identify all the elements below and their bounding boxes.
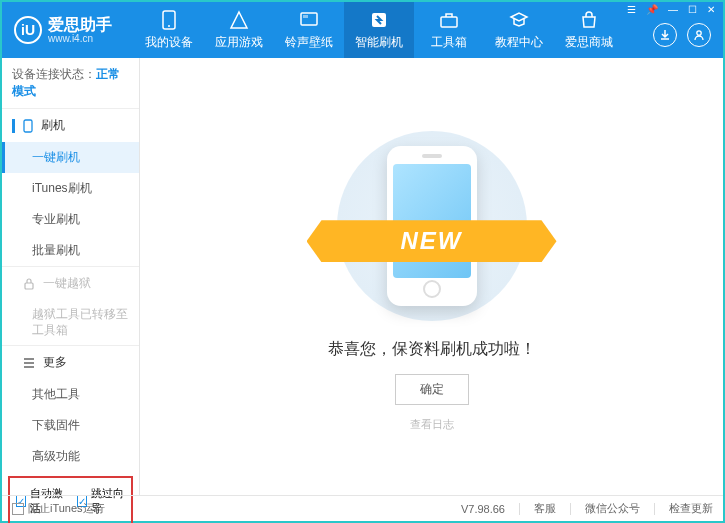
- tutorial-icon: [509, 10, 529, 30]
- download-button[interactable]: [653, 23, 677, 47]
- body: 设备连接状态：正常模式 刷机 一键刷机 iTunes刷机 专业刷机 批量刷机 一…: [2, 58, 723, 495]
- sidebar-header-flash[interactable]: 刷机: [2, 109, 139, 142]
- sidebar-group-jailbreak: 一键越狱 越狱工具已转移至工具箱: [2, 266, 139, 345]
- svg-point-6: [697, 31, 701, 35]
- svg-rect-3: [303, 15, 308, 18]
- pin-icon[interactable]: 📌: [644, 4, 660, 15]
- nav-ringtone-wallpaper[interactable]: 铃声壁纸: [274, 2, 344, 58]
- footer-right: V7.98.66 客服 微信公众号 检查更新: [461, 501, 713, 516]
- menu-icon[interactable]: ☰: [625, 4, 638, 15]
- success-message: 恭喜您，保资料刷机成功啦！: [328, 339, 536, 360]
- nav-tutorial[interactable]: 教程中心: [484, 2, 554, 58]
- sidebar-header-jailbreak: 一键越狱: [2, 267, 139, 300]
- svg-point-1: [168, 25, 170, 27]
- wallpaper-icon: [299, 10, 319, 30]
- brand-logo: iU 爱思助手 www.i4.cn: [14, 16, 134, 45]
- main-content: NEW 恭喜您，保资料刷机成功啦！ 确定 查看日志: [140, 58, 723, 495]
- footer: 阻止iTunes运行 V7.98.66 客服 微信公众号 检查更新: [2, 495, 723, 521]
- top-nav: 我的设备 应用游戏 铃声壁纸 智能刷机 工具箱 教程中心: [134, 2, 653, 58]
- wechat-link[interactable]: 微信公众号: [585, 501, 640, 516]
- window-controls: ☰ 📌 — ☐ ✕: [625, 4, 717, 15]
- checkbox-icon: [12, 503, 24, 515]
- minimize-button[interactable]: —: [666, 4, 680, 15]
- accent-bar-icon: [12, 356, 15, 370]
- nav-store[interactable]: 爱思商城: [554, 2, 624, 58]
- nav-apps-games[interactable]: 应用游戏: [204, 2, 274, 58]
- maximize-button[interactable]: ☐: [686, 4, 699, 15]
- sidebar-item-other-tools[interactable]: 其他工具: [2, 379, 139, 410]
- ok-button[interactable]: 确定: [395, 374, 469, 405]
- brand-name: 爱思助手: [48, 16, 112, 34]
- view-log-link[interactable]: 查看日志: [410, 417, 454, 432]
- sidebar-item-batch-flash[interactable]: 批量刷机: [2, 235, 139, 266]
- nav-my-device[interactable]: 我的设备: [134, 2, 204, 58]
- support-link[interactable]: 客服: [534, 501, 556, 516]
- checkbox-block-itunes[interactable]: 阻止iTunes运行: [12, 501, 105, 516]
- list-icon: [23, 358, 35, 368]
- sidebar-group-more: 更多 其他工具 下载固件 高级功能: [2, 345, 139, 472]
- sidebar-group-flash: 刷机 一键刷机 iTunes刷机 专业刷机 批量刷机: [2, 108, 139, 266]
- sidebar-item-advanced[interactable]: 高级功能: [2, 441, 139, 472]
- apps-icon: [229, 10, 249, 30]
- titlebar-right: [653, 13, 711, 47]
- toolbox-icon: [439, 10, 459, 30]
- close-button[interactable]: ✕: [705, 4, 717, 15]
- nav-smart-flash[interactable]: 智能刷机: [344, 2, 414, 58]
- app-window: ☰ 📌 — ☐ ✕ iU 爱思助手 www.i4.cn 我的设备 应用游戏 铃: [0, 0, 725, 523]
- flash-icon: [369, 10, 389, 30]
- store-icon: [579, 10, 599, 30]
- sidebar-item-oneclick-flash[interactable]: 一键刷机: [2, 142, 139, 173]
- nav-toolbox[interactable]: 工具箱: [414, 2, 484, 58]
- sidebar-header-more[interactable]: 更多: [2, 346, 139, 379]
- titlebar: iU 爱思助手 www.i4.cn 我的设备 应用游戏 铃声壁纸 智能刷机: [2, 2, 723, 58]
- check-update-link[interactable]: 检查更新: [669, 501, 713, 516]
- phone-icon: [159, 10, 179, 30]
- svg-rect-2: [301, 13, 317, 25]
- accent-bar-icon: [12, 119, 15, 133]
- new-ribbon-icon: NEW: [307, 220, 557, 262]
- lock-icon: [23, 278, 35, 290]
- phone-small-icon: [23, 119, 33, 133]
- svg-rect-7: [24, 120, 32, 132]
- sidebar-item-itunes-flash[interactable]: iTunes刷机: [2, 173, 139, 204]
- version-label: V7.98.66: [461, 503, 505, 515]
- sidebar-item-pro-flash[interactable]: 专业刷机: [2, 204, 139, 235]
- svg-rect-8: [25, 283, 33, 289]
- sidebar-jailbreak-note: 越狱工具已转移至工具箱: [2, 300, 139, 345]
- sidebar: 设备连接状态：正常模式 刷机 一键刷机 iTunes刷机 专业刷机 批量刷机 一…: [2, 58, 140, 495]
- account-button[interactable]: [687, 23, 711, 47]
- logo-icon: iU: [14, 16, 42, 44]
- svg-rect-5: [441, 17, 457, 27]
- illustration: NEW: [337, 131, 527, 321]
- sidebar-item-download-firmware[interactable]: 下载固件: [2, 410, 139, 441]
- connection-status: 设备连接状态：正常模式: [2, 58, 139, 108]
- brand-url: www.i4.cn: [48, 33, 112, 44]
